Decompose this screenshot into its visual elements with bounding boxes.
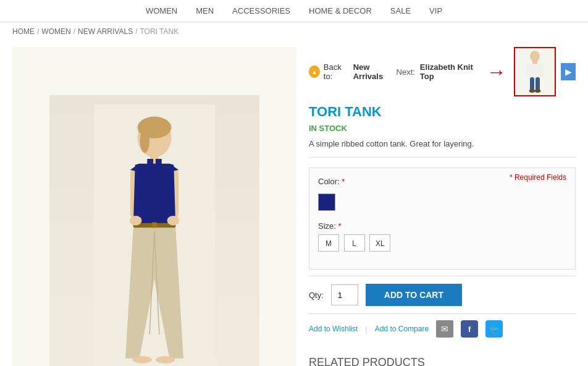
svg-rect-21: [530, 77, 534, 91]
related-products-title: RELATED PRODUCTS: [309, 356, 576, 366]
compare-link[interactable]: Add to Compare: [375, 325, 429, 333]
product-description: A simple ribbed cotton tank. Great for l…: [309, 139, 576, 158]
size-btn-m[interactable]: M: [318, 234, 339, 252]
svg-rect-7: [147, 159, 153, 168]
size-label: Size: *: [318, 221, 566, 231]
next-product-image: [516, 49, 553, 95]
wishlist-link[interactable]: Add to Wishlist: [309, 325, 358, 333]
nav-men[interactable]: MEN: [196, 6, 214, 15]
qty-label: Qty:: [309, 291, 324, 300]
nav-sale[interactable]: SALE: [390, 6, 411, 15]
next-product-section: Next: Elizabeth Knit Top →: [397, 47, 576, 96]
breadcrumb-women[interactable]: WOMEN: [41, 27, 70, 36]
nav-home-decor[interactable]: HOME & DECOR: [309, 6, 372, 15]
next-product-thumbnail[interactable]: [514, 47, 556, 96]
stock-status: IN STOCK: [309, 124, 576, 133]
nav-accessories[interactable]: ACCESSORIES: [232, 6, 290, 15]
svg-point-23: [529, 89, 535, 93]
size-option-row: Size: * M L XL: [318, 221, 566, 252]
main-content: ▲ Back to: New Arrivals Next: Elizabeth …: [0, 41, 588, 366]
next-arrow-button[interactable]: ▶: [561, 63, 576, 80]
product-image-container: [12, 47, 296, 366]
svg-point-14: [156, 355, 175, 363]
right-panel: ▲ Back to: New Arrivals Next: Elizabeth …: [309, 47, 576, 366]
product-navigation: ▲ Back to: New Arrivals Next: Elizabeth …: [309, 47, 576, 96]
svg-rect-10: [152, 222, 157, 228]
svg-point-24: [534, 89, 540, 93]
back-link[interactable]: New Arrivals: [353, 62, 397, 81]
svg-point-18: [530, 51, 540, 62]
email-share-icon[interactable]: ✉: [436, 320, 453, 338]
svg-rect-8: [156, 159, 162, 168]
main-nav: WOMEN MEN ACCESSORIES HOME & DECOR SALE …: [0, 0, 588, 22]
red-arrow-icon: →: [487, 61, 506, 83]
svg-rect-20: [526, 64, 544, 77]
social-row: Add to Wishlist | Add to Compare ✉ f 🐦: [309, 313, 576, 344]
svg-rect-22: [536, 77, 540, 91]
breadcrumb-home[interactable]: HOME: [12, 27, 35, 36]
svg-point-15: [130, 216, 142, 226]
color-swatch-navy[interactable]: [318, 194, 335, 211]
svg-point-16: [167, 216, 180, 226]
product-image: [49, 95, 259, 367]
color-label: Color: *: [318, 177, 345, 186]
related-products-section: RELATED PRODUCTS Check items to add to t…: [309, 356, 576, 366]
breadcrumb-current: TORI TANK: [140, 27, 179, 36]
svg-point-3: [140, 129, 150, 153]
back-arrow-icon: ▲: [309, 66, 320, 78]
nav-women[interactable]: WOMEN: [146, 6, 177, 15]
cart-row: Qty: ADD TO CART: [309, 276, 576, 313]
back-label: Back to:: [324, 62, 350, 81]
breadcrumb: HOME / WOMEN / NEW ARRIVALS / TORI TANK: [0, 22, 588, 41]
size-btn-l[interactable]: L: [344, 234, 365, 252]
qty-input[interactable]: [331, 284, 358, 305]
breadcrumb-new-arrivals[interactable]: NEW ARRIVALS: [78, 27, 133, 36]
add-to-cart-button[interactable]: ADD TO CART: [366, 284, 462, 306]
size-btn-xl[interactable]: XL: [369, 234, 390, 252]
product-title: TORI TANK: [309, 104, 576, 120]
product-illustration: [93, 104, 216, 367]
color-option-row: Color: * * Required Fields: [318, 177, 566, 213]
facebook-share-icon[interactable]: f: [461, 320, 478, 338]
back-to-button[interactable]: ▲ Back to: New Arrivals: [309, 62, 397, 81]
options-panel: Color: * * Required Fields Size: * M L: [309, 168, 576, 270]
required-note: * Required Fields: [510, 173, 566, 182]
next-label: Next:: [397, 67, 415, 77]
twitter-share-icon[interactable]: 🐦: [485, 320, 503, 338]
nav-vip[interactable]: VIP: [429, 6, 442, 15]
svg-point-13: [133, 355, 152, 363]
next-product-name: Elizabeth Knit Top: [420, 62, 479, 81]
